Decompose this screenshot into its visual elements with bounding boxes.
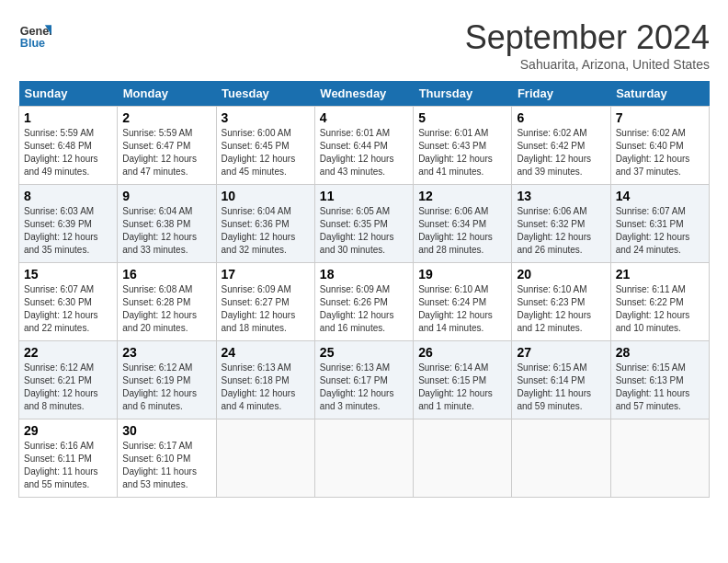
day-info: Sunrise: 6:12 AMSunset: 6:19 PMDaylight:… (122, 362, 210, 413)
day-number: 13 (517, 189, 605, 203)
calendar-cell: 28Sunrise: 6:15 AMSunset: 6:13 PMDayligh… (610, 341, 709, 419)
day-number: 4 (320, 110, 408, 125)
location-subtitle: Sahuarita, Arizona, United States (465, 57, 710, 72)
calendar-cell (314, 419, 413, 498)
day-number: 7 (616, 110, 704, 125)
logo-icon: General Blue (18, 18, 51, 52)
day-info: Sunrise: 6:01 AMSunset: 6:43 PMDaylight:… (418, 127, 506, 178)
day-number: 12 (418, 189, 506, 203)
calendar-cell: 11Sunrise: 6:05 AMSunset: 6:35 PMDayligh… (314, 185, 413, 263)
day-info: Sunrise: 6:03 AMSunset: 6:39 PMDaylight:… (24, 205, 112, 257)
day-info: Sunrise: 6:07 AMSunset: 6:31 PMDaylight:… (616, 205, 704, 257)
calendar-cell: 16Sunrise: 6:08 AMSunset: 6:28 PMDayligh… (118, 263, 216, 341)
day-info: Sunrise: 6:00 AMSunset: 6:45 PMDaylight:… (222, 127, 310, 178)
day-info: Sunrise: 6:13 AMSunset: 6:17 PMDaylight:… (320, 362, 408, 413)
day-number: 8 (24, 189, 112, 203)
day-info: Sunrise: 6:14 AMSunset: 6:15 PMDaylight:… (418, 362, 506, 413)
calendar-cell: 5Sunrise: 6:01 AMSunset: 6:43 PMDaylight… (414, 107, 512, 185)
day-number: 14 (616, 189, 704, 203)
dow-friday: Friday (512, 81, 610, 107)
calendar-cell: 15Sunrise: 6:07 AMSunset: 6:30 PMDayligh… (19, 263, 118, 341)
calendar-cell: 9Sunrise: 6:04 AMSunset: 6:38 PMDaylight… (118, 185, 216, 263)
day-info: Sunrise: 6:02 AMSunset: 6:40 PMDaylight:… (616, 127, 704, 178)
dow-tuesday: Tuesday (216, 81, 314, 107)
day-number: 19 (418, 267, 506, 282)
svg-text:Blue: Blue (20, 37, 45, 50)
calendar-cell (216, 419, 314, 498)
day-number: 27 (517, 345, 605, 360)
day-number: 17 (222, 267, 310, 282)
day-info: Sunrise: 6:02 AMSunset: 6:42 PMDaylight:… (517, 127, 605, 178)
day-info: Sunrise: 6:09 AMSunset: 6:26 PMDaylight:… (320, 283, 408, 335)
calendar-cell: 7Sunrise: 6:02 AMSunset: 6:40 PMDaylight… (610, 107, 709, 185)
calendar-cell: 14Sunrise: 6:07 AMSunset: 6:31 PMDayligh… (610, 185, 709, 263)
calendar-cell: 29Sunrise: 6:16 AMSunset: 6:11 PMDayligh… (19, 419, 118, 498)
dow-sunday: Sunday (19, 81, 118, 107)
day-number: 15 (24, 267, 112, 282)
day-number: 21 (616, 267, 704, 282)
calendar-table: SundayMondayTuesdayWednesdayThursdayFrid… (18, 81, 710, 498)
day-info: Sunrise: 6:04 AMSunset: 6:36 PMDaylight:… (222, 205, 310, 257)
calendar-cell: 21Sunrise: 6:11 AMSunset: 6:22 PMDayligh… (610, 263, 709, 341)
logo: General Blue (18, 18, 51, 52)
dow-monday: Monday (118, 81, 216, 107)
day-info: Sunrise: 6:12 AMSunset: 6:21 PMDaylight:… (24, 362, 112, 413)
calendar-cell: 25Sunrise: 6:13 AMSunset: 6:17 PMDayligh… (314, 341, 413, 419)
calendar-cell: 2Sunrise: 5:59 AMSunset: 6:47 PMDaylight… (118, 107, 216, 185)
day-info: Sunrise: 6:08 AMSunset: 6:28 PMDaylight:… (122, 283, 210, 335)
day-number: 3 (222, 110, 310, 125)
page-header: General Blue September 2024 Sahuarita, A… (18, 18, 710, 72)
calendar-cell: 3Sunrise: 6:00 AMSunset: 6:45 PMDaylight… (216, 107, 314, 185)
dow-thursday: Thursday (414, 81, 512, 107)
day-number: 25 (320, 345, 408, 360)
calendar-cell: 13Sunrise: 6:06 AMSunset: 6:32 PMDayligh… (512, 185, 610, 263)
calendar-cell: 23Sunrise: 6:12 AMSunset: 6:19 PMDayligh… (118, 341, 216, 419)
day-number: 24 (222, 345, 310, 360)
day-info: Sunrise: 6:05 AMSunset: 6:35 PMDaylight:… (320, 205, 408, 257)
day-number: 10 (222, 189, 310, 203)
calendar-cell: 30Sunrise: 6:17 AMSunset: 6:10 PMDayligh… (118, 419, 216, 498)
day-number: 9 (122, 189, 210, 203)
calendar-cell: 24Sunrise: 6:13 AMSunset: 6:18 PMDayligh… (216, 341, 314, 419)
calendar-cell: 6Sunrise: 6:02 AMSunset: 6:42 PMDaylight… (512, 107, 610, 185)
day-number: 5 (418, 110, 506, 125)
calendar-cell: 12Sunrise: 6:06 AMSunset: 6:34 PMDayligh… (414, 185, 512, 263)
day-number: 18 (320, 267, 408, 282)
day-number: 1 (24, 110, 112, 125)
calendar-cell: 10Sunrise: 6:04 AMSunset: 6:36 PMDayligh… (216, 185, 314, 263)
dow-saturday: Saturday (610, 81, 709, 107)
day-info: Sunrise: 6:11 AMSunset: 6:22 PMDaylight:… (616, 283, 704, 335)
day-number: 29 (24, 423, 112, 438)
day-info: Sunrise: 6:16 AMSunset: 6:11 PMDaylight:… (24, 440, 112, 491)
day-info: Sunrise: 6:07 AMSunset: 6:30 PMDaylight:… (24, 283, 112, 335)
day-info: Sunrise: 6:01 AMSunset: 6:44 PMDaylight:… (320, 127, 408, 178)
day-number: 20 (517, 267, 605, 282)
day-info: Sunrise: 5:59 AMSunset: 6:48 PMDaylight:… (24, 127, 112, 178)
day-number: 16 (122, 267, 210, 282)
calendar-cell: 4Sunrise: 6:01 AMSunset: 6:44 PMDaylight… (314, 107, 413, 185)
calendar-cell: 8Sunrise: 6:03 AMSunset: 6:39 PMDaylight… (19, 185, 118, 263)
calendar-cell (512, 419, 610, 498)
calendar-cell: 20Sunrise: 6:10 AMSunset: 6:23 PMDayligh… (512, 263, 610, 341)
day-info: Sunrise: 6:17 AMSunset: 6:10 PMDaylight:… (122, 440, 210, 491)
day-number: 30 (122, 423, 210, 438)
day-info: Sunrise: 6:15 AMSunset: 6:14 PMDaylight:… (517, 362, 605, 413)
calendar-cell: 22Sunrise: 6:12 AMSunset: 6:21 PMDayligh… (19, 341, 118, 419)
day-info: Sunrise: 6:09 AMSunset: 6:27 PMDaylight:… (222, 283, 310, 335)
day-number: 26 (418, 345, 506, 360)
calendar-cell (414, 419, 512, 498)
day-info: Sunrise: 6:10 AMSunset: 6:24 PMDaylight:… (418, 283, 506, 335)
day-info: Sunrise: 6:15 AMSunset: 6:13 PMDaylight:… (616, 362, 704, 413)
day-number: 23 (122, 345, 210, 360)
day-number: 2 (122, 110, 210, 125)
title-area: September 2024 Sahuarita, Arizona, Unite… (465, 18, 710, 72)
day-number: 28 (616, 345, 704, 360)
month-title: September 2024 (465, 18, 710, 57)
day-info: Sunrise: 5:59 AMSunset: 6:47 PMDaylight:… (122, 127, 210, 178)
day-info: Sunrise: 6:06 AMSunset: 6:34 PMDaylight:… (418, 205, 506, 257)
calendar-cell: 1Sunrise: 5:59 AMSunset: 6:48 PMDaylight… (19, 107, 118, 185)
calendar-cell (610, 419, 709, 498)
day-info: Sunrise: 6:06 AMSunset: 6:32 PMDaylight:… (517, 205, 605, 257)
calendar-cell: 27Sunrise: 6:15 AMSunset: 6:14 PMDayligh… (512, 341, 610, 419)
calendar-cell: 19Sunrise: 6:10 AMSunset: 6:24 PMDayligh… (414, 263, 512, 341)
